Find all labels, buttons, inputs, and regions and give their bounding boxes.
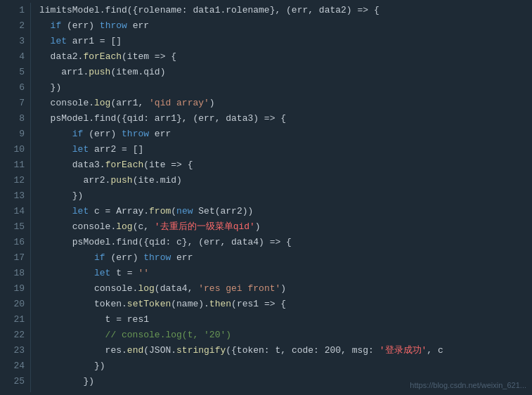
- code-line: let t = '': [39, 266, 524, 281]
- code-line: console.log(arr1, 'qid array'): [39, 96, 524, 111]
- line-number: 21: [6, 312, 25, 328]
- line-number: 1: [6, 3, 25, 18]
- line-number: 9: [6, 127, 25, 142]
- code-line: if (err) throw err: [39, 250, 524, 266]
- code-line: arr1.push(item.qid): [39, 65, 524, 80]
- line-number: 18: [6, 266, 25, 281]
- code-line: t = res1: [39, 312, 524, 328]
- line-number: 14: [6, 204, 25, 219]
- code-line: if (err) throw err: [39, 127, 524, 142]
- line-number: 24: [6, 358, 25, 374]
- code-line: if (err) throw err: [39, 18, 524, 34]
- line-number: 15: [6, 219, 25, 235]
- line-number: 6: [6, 80, 25, 96]
- code-content[interactable]: limitsModel.find({rolename: data1.rolena…: [31, 3, 532, 392]
- code-line: }): [39, 188, 524, 204]
- line-number: 4: [6, 49, 25, 65]
- line-number: 5: [6, 65, 25, 80]
- code-line: }): [39, 358, 524, 374]
- line-number: 3: [6, 34, 25, 49]
- line-number: 23: [6, 343, 25, 358]
- line-number: 16: [6, 235, 25, 250]
- code-line: data2.forEach(item => {: [39, 49, 524, 65]
- code-editor: 1234567891011121314151617181920212223242…: [0, 0, 532, 395]
- line-number: 2: [6, 18, 25, 34]
- code-line: res.end(JSON.stringify({token: t, code: …: [39, 343, 524, 358]
- code-line: let arr1 = []: [39, 34, 524, 49]
- line-number: 20: [6, 297, 25, 312]
- line-number: 17: [6, 250, 25, 266]
- code-line: limitsModel.find({rolename: data1.rolena…: [39, 3, 524, 18]
- code-line: token.setToken(name).then(res1 => {: [39, 297, 524, 312]
- code-line: console.log(data4, 'res gei front'): [39, 281, 524, 297]
- line-number: 22: [6, 328, 25, 343]
- line-number: 11: [6, 157, 25, 173]
- code-line: // console.log(t, '20'): [39, 328, 524, 343]
- code-line: arr2.push(ite.mid): [39, 173, 524, 188]
- code-line: data3.forEach(ite => {: [39, 157, 524, 173]
- line-number: 8: [6, 111, 25, 127]
- watermark: https://blog.csdn.net/weixin_621...: [410, 381, 526, 389]
- line-number: 7: [6, 96, 25, 111]
- code-line: let c = Array.from(new Set(arr2)): [39, 204, 524, 219]
- line-number: 13: [6, 188, 25, 204]
- code-line: psModel.find({qid: arr1}, (err, data3) =…: [39, 111, 524, 127]
- line-number: 12: [6, 173, 25, 188]
- code-line: psModel.find({qid: c}, (err, data4) => {: [39, 235, 524, 250]
- code-line: let arr2 = []: [39, 142, 524, 157]
- line-number: 25: [6, 374, 25, 389]
- code-line: }): [39, 80, 524, 96]
- line-number: 19: [6, 281, 25, 297]
- code-line: console.log(c, '去重后的一级菜单qid'): [39, 219, 524, 235]
- line-number: 10: [6, 142, 25, 157]
- line-numbers: 1234567891011121314151617181920212223242…: [0, 3, 31, 392]
